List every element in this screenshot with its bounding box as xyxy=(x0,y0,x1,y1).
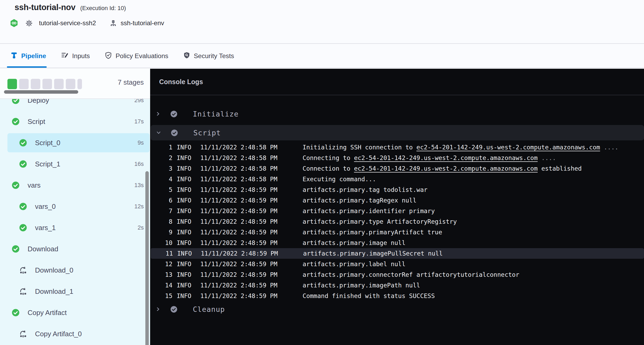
stage-label: vars_1 xyxy=(35,224,56,232)
stage-row-deploy[interactable]: Deploy29s xyxy=(0,99,150,111)
stage-row-vars-1[interactable]: vars_12s xyxy=(0,217,150,238)
stage-duration: 29s xyxy=(134,99,144,104)
stages-summary-header: 7 stages xyxy=(0,69,150,99)
tab-label: Inputs xyxy=(72,52,90,60)
log-level: INFO xyxy=(177,250,192,257)
success-check-icon xyxy=(12,309,20,317)
log-message: artifacts.primary.primaryArtifact true xyxy=(303,229,442,236)
stage-label: Script_0 xyxy=(35,139,60,147)
log-timestamp: 11/11/2022 2:48:59 PM xyxy=(200,239,277,246)
log-text: .... xyxy=(600,144,618,151)
stages-horizontal-scrollbar[interactable] xyxy=(4,90,78,94)
log-text: artifacts.primary.primaryArtifact true xyxy=(303,229,442,236)
stage-progress-block xyxy=(77,79,82,89)
log-message: Connecting to ec2-54-201-142-249.us-west… xyxy=(303,154,556,161)
stage-label: Deploy xyxy=(28,99,49,105)
execution-id: (Execution Id: 10) xyxy=(80,5,126,12)
log-section-script[interactable]: Script xyxy=(151,125,644,140)
log-section-initialize[interactable]: Initialize xyxy=(150,106,644,121)
log-section-name: Script xyxy=(193,129,221,137)
success-check-icon xyxy=(19,160,27,168)
log-text: established xyxy=(538,165,582,172)
log-section-name: Initialize xyxy=(193,110,239,118)
log-section-cleanup[interactable]: Cleanup xyxy=(150,302,644,317)
log-line-number: 9 xyxy=(150,229,172,236)
log-line-2: 2INFO11/11/2022 2:48:58 PMConnecting to … xyxy=(150,153,644,163)
stage-row-download-1[interactable]: Download_1 xyxy=(0,281,150,302)
stage-row-script-0[interactable]: Script_09s xyxy=(0,132,150,153)
stage-row-script-1[interactable]: Script_116s xyxy=(0,153,150,175)
console-logs-title: Console Logs xyxy=(159,78,203,86)
log-line-4: 4INFO11/11/2022 2:48:58 PMExecuting comm… xyxy=(150,174,644,184)
stage-row-download-0[interactable]: Download_0 xyxy=(0,260,150,281)
stage-label: vars_0 xyxy=(35,202,56,211)
title-row: ssh-tutorial-nov (Execution Id: 10) xyxy=(15,3,126,12)
stage-row-copy-artifact-0[interactable]: Copy Artifact_0 xyxy=(0,323,150,344)
log-text: artifacts.primary.image null xyxy=(303,239,406,246)
log-message: artifacts.primary.connectorRef artifacto… xyxy=(303,271,519,278)
log-timestamp: 11/11/2022 2:48:59 PM xyxy=(200,282,277,289)
stage-progress-blocks xyxy=(7,79,82,89)
tab-security-tests[interactable]: Security Tests xyxy=(183,44,234,68)
log-timestamp: 11/11/2022 2:48:59 PM xyxy=(200,292,277,299)
log-text: artifacts.primary.imagePullSecret null xyxy=(303,250,443,257)
policy-shield-check-icon xyxy=(105,52,112,61)
log-line-5: 5INFO11/11/2022 2:48:59 PMartifacts.prim… xyxy=(150,184,644,195)
log-text: artifacts.primary.imagePath null xyxy=(303,282,420,289)
gray-check-icon xyxy=(170,306,177,313)
log-line-number: 6 xyxy=(150,197,172,204)
success-check-icon xyxy=(12,245,20,253)
log-line-number: 13 xyxy=(150,271,172,278)
chevron-down-icon[interactable] xyxy=(156,130,161,135)
inputs-icon xyxy=(61,51,68,61)
log-timestamp: 11/11/2022 2:48:59 PM xyxy=(200,218,277,225)
log-message: artifacts.primary.tagRegex null xyxy=(303,197,416,204)
log-level: INFO xyxy=(177,229,192,236)
log-line-number: 8 xyxy=(150,218,172,225)
execution-tabbar: Pipeline Inputs Policy Evaluations Secur… xyxy=(0,44,644,68)
log-line-3: 3INFO11/11/2022 2:48:58 PMConnection to … xyxy=(150,163,644,174)
log-line-1: 1INFO11/11/2022 2:48:58 PMInitializing S… xyxy=(150,142,644,153)
log-message: artifacts.primary.tag todolist.war xyxy=(303,186,428,193)
service-name[interactable]: tutorial-service-ssh2 xyxy=(39,19,96,27)
log-level: INFO xyxy=(177,292,192,299)
console-logs-header: Console Logs xyxy=(150,69,644,95)
stage-label: Copy Artifact xyxy=(28,309,67,317)
tab-policy-evaluations[interactable]: Policy Evaluations xyxy=(105,44,168,68)
log-line-number: 14 xyxy=(150,282,172,289)
log-level: INFO xyxy=(177,271,192,278)
log-level: INFO xyxy=(177,282,192,289)
environment-name[interactable]: ssh-tutorial-env xyxy=(121,19,164,27)
log-host-link[interactable]: ec2-54-201-142-249.us-west-2.compute.ama… xyxy=(354,165,538,172)
stage-row-copy-artifact[interactable]: Copy Artifact xyxy=(0,302,150,323)
tab-pipeline[interactable]: Pipeline xyxy=(11,44,46,68)
log-level: INFO xyxy=(177,197,192,204)
stage-row-vars[interactable]: vars13s xyxy=(0,175,150,196)
tab-label: Policy Evaluations xyxy=(116,52,168,60)
stage-row-vars-0[interactable]: vars_012s xyxy=(0,196,150,217)
log-text: .... xyxy=(538,154,556,161)
success-check-icon xyxy=(12,181,20,189)
stage-row-script[interactable]: Script17s xyxy=(0,111,150,132)
stage-row-download[interactable]: Download xyxy=(0,238,150,260)
log-level: INFO xyxy=(177,239,192,246)
stage-label: Script_1 xyxy=(35,160,60,168)
service-gear-icon xyxy=(25,20,33,27)
log-level: INFO xyxy=(177,186,192,193)
log-message: artifacts.primary.imagePath null xyxy=(303,282,420,289)
console-logs-panel: Console Logs InitializeScript1INFO11/11/… xyxy=(150,69,644,345)
stage-progress-block xyxy=(42,79,52,89)
log-host-link[interactable]: ec2-54-201-142-249.us-west-2.compute.ama… xyxy=(416,144,600,151)
log-timestamp: 11/11/2022 2:48:59 PM xyxy=(200,229,277,236)
success-check-icon xyxy=(12,118,20,126)
stage-list-scrollbar[interactable] xyxy=(145,171,149,345)
chevron-right-icon[interactable] xyxy=(155,307,161,312)
log-line-7: 7INFO11/11/2022 2:48:59 PMartifacts.prim… xyxy=(150,206,644,216)
cd-module-icon xyxy=(10,19,18,27)
log-line-6: 6INFO11/11/2022 2:48:59 PMartifacts.prim… xyxy=(150,195,644,206)
log-line-number: 11 xyxy=(151,250,173,257)
tab-inputs[interactable]: Inputs xyxy=(61,44,90,68)
success-check-icon xyxy=(12,99,20,104)
log-host-link[interactable]: ec2-54-201-142-249.us-west-2.compute.ama… xyxy=(354,154,538,161)
chevron-right-icon[interactable] xyxy=(155,111,161,117)
